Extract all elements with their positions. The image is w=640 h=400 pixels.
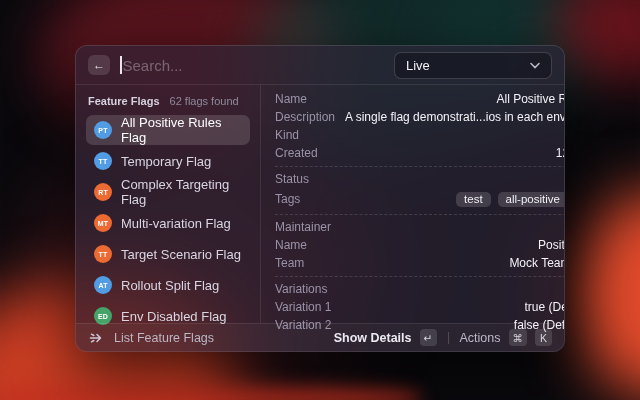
detail-label: Description [275,110,335,124]
detail-row-maintainer-name: Name Positive Tester [275,236,565,254]
window-body: Feature Flags 62 flags found PT All Posi… [76,85,564,323]
search-field-wrap [120,46,384,84]
command-source-label: List Feature Flags [114,331,214,345]
section-divider [275,214,565,215]
list-item-target-scenario-flag[interactable]: TT Target Scenario Flag [86,239,250,269]
detail-label: Kind [275,128,299,142]
list-section-header: Feature Flags 62 flags found [86,92,250,115]
list-item-label: Target Scenario Flag [121,247,241,262]
flag-avatar-icon: AT [94,276,112,294]
dropdown-value: Live [406,58,430,73]
list-item-label: Rollout Split Flag [121,278,219,293]
wallpaper-blob [0,385,420,400]
run-command-icon [88,330,104,346]
tag-list: test all-positive rules [456,192,565,207]
flag-avatar-icon: PT [94,121,112,139]
detail-value: All Positive Rules Flag [496,92,565,106]
action-bar: List Feature Flags Show Details ↵ Action… [76,323,564,351]
text-caret [120,56,122,74]
tag-badge: test [456,192,491,207]
flag-avatar-icon: RT [94,183,112,201]
desktop-wallpaper: ← Live Feature Flags 62 flags found [0,0,640,400]
show-details-button[interactable]: Show Details [334,331,412,345]
detail-value: Positive Tester [538,238,565,252]
flag-detail-pane: Name All Positive Rules Flag Description… [261,85,565,323]
actions-menu-button[interactable]: Actions [460,331,501,345]
detail-label: Variation 1 [275,300,331,314]
detail-row-variation-1: Variation 1 true (Default ON) [275,298,565,316]
detail-row-created: Created 12/29/2024 [275,144,565,162]
list-section-title: Feature Flags [88,95,160,107]
detail-value: Mock Team Positive [509,256,565,270]
list-item-label: Temporary Flag [121,154,211,169]
flag-avatar-icon: TT [94,245,112,263]
detail-label: Tags [275,192,300,206]
footer-divider [448,332,449,344]
launcher-window: ← Live Feature Flags 62 flags found [75,45,565,352]
k-key-icon: K [535,329,552,346]
list-item-label: Multi-variation Flag [121,216,231,231]
tag-badge: all-positive [498,192,565,207]
list-item-complex-targeting-flag[interactable]: RT Complex Targeting Flag [86,177,250,207]
flag-list: Feature Flags 62 flags found PT All Posi… [76,85,261,323]
flag-avatar-icon: MT [94,214,112,232]
search-header: ← Live [76,46,564,85]
search-input[interactable] [123,57,385,74]
back-button[interactable]: ← [88,55,110,75]
detail-row-maintainer-team: Team Mock Team Positive [275,254,565,272]
command-key-icon: ⌘ [509,329,528,346]
list-item-label: All Positive Rules Flag [121,115,242,145]
result-count: 62 flags found [170,95,239,107]
flag-avatar-icon: TT [94,152,112,170]
detail-label: Team [275,256,304,270]
environment-dropdown[interactable]: Live [394,52,552,79]
detail-label: Name [275,92,307,106]
detail-label: Name [275,238,307,252]
arrow-left-icon: ← [93,58,105,72]
list-item-rollout-split-flag[interactable]: AT Rollout Split Flag [86,270,250,300]
wallpaper-blob [575,190,640,400]
list-item-all-positive-rules-flag[interactable]: PT All Positive Rules Flag [86,115,250,145]
section-divider [275,166,565,167]
detail-row-description: Description A single flag demonstrati...… [275,108,565,126]
detail-value: A single flag demonstrati...ios in each … [345,110,565,124]
maintainer-section-header: Maintainer [275,218,565,236]
detail-label: Created [275,146,318,160]
variations-section-header: Variations [275,280,565,298]
list-item-multi-variation-flag[interactable]: MT Multi-variation Flag [86,208,250,238]
detail-value: true (Default ON) [525,300,566,314]
list-item-temporary-flag[interactable]: TT Temporary Flag [86,146,250,176]
detail-row-tags: Tags test all-positive rules [275,188,565,210]
return-key-icon: ↵ [420,329,437,346]
detail-label: Status [275,172,309,186]
list-item-label: Complex Targeting Flag [121,177,242,207]
detail-value: 12/29/2024 [556,146,565,160]
detail-row-status: Status [275,170,565,188]
section-divider [275,276,565,277]
detail-row-name: Name All Positive Rules Flag [275,90,565,108]
chevron-down-icon [530,62,540,69]
detail-row-kind: Kind boolean [275,126,565,144]
list-item-label: Env Disabled Flag [121,309,227,324]
